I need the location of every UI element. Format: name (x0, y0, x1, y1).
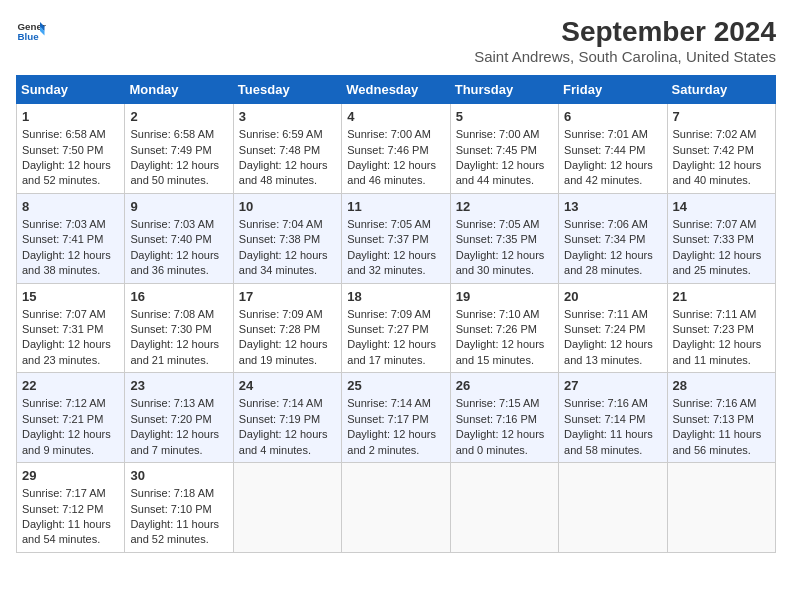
table-row: 13Sunrise: 7:06 AMSunset: 7:34 PMDayligh… (559, 193, 667, 283)
table-row: 22Sunrise: 7:12 AMSunset: 7:21 PMDayligh… (17, 373, 125, 463)
calendar-week-1: 1Sunrise: 6:58 AMSunset: 7:50 PMDaylight… (17, 104, 776, 194)
table-row (559, 463, 667, 553)
table-row (342, 463, 450, 553)
table-row: 5Sunrise: 7:00 AMSunset: 7:45 PMDaylight… (450, 104, 558, 194)
table-row: 19Sunrise: 7:10 AMSunset: 7:26 PMDayligh… (450, 283, 558, 373)
table-row: 14Sunrise: 7:07 AMSunset: 7:33 PMDayligh… (667, 193, 775, 283)
table-row: 25Sunrise: 7:14 AMSunset: 7:17 PMDayligh… (342, 373, 450, 463)
header-wednesday: Wednesday (342, 76, 450, 104)
page-header: General Blue September 2024 Saint Andrew… (16, 16, 776, 65)
header-monday: Monday (125, 76, 233, 104)
table-row: 23Sunrise: 7:13 AMSunset: 7:20 PMDayligh… (125, 373, 233, 463)
svg-text:Blue: Blue (18, 31, 40, 42)
table-row: 21Sunrise: 7:11 AMSunset: 7:23 PMDayligh… (667, 283, 775, 373)
table-row: 30Sunrise: 7:18 AMSunset: 7:10 PMDayligh… (125, 463, 233, 553)
table-row: 10Sunrise: 7:04 AMSunset: 7:38 PMDayligh… (233, 193, 341, 283)
calendar-week-3: 15Sunrise: 7:07 AMSunset: 7:31 PMDayligh… (17, 283, 776, 373)
calendar-week-5: 29Sunrise: 7:17 AMSunset: 7:12 PMDayligh… (17, 463, 776, 553)
header-friday: Friday (559, 76, 667, 104)
header-thursday: Thursday (450, 76, 558, 104)
logo: General Blue (16, 16, 46, 46)
calendar-table: Sunday Monday Tuesday Wednesday Thursday… (16, 75, 776, 553)
table-row: 1Sunrise: 6:58 AMSunset: 7:50 PMDaylight… (17, 104, 125, 194)
table-row: 26Sunrise: 7:15 AMSunset: 7:16 PMDayligh… (450, 373, 558, 463)
table-row: 6Sunrise: 7:01 AMSunset: 7:44 PMDaylight… (559, 104, 667, 194)
calendar-week-4: 22Sunrise: 7:12 AMSunset: 7:21 PMDayligh… (17, 373, 776, 463)
table-row: 3Sunrise: 6:59 AMSunset: 7:48 PMDaylight… (233, 104, 341, 194)
title-area: September 2024 Saint Andrews, South Caro… (474, 16, 776, 65)
table-row: 7Sunrise: 7:02 AMSunset: 7:42 PMDaylight… (667, 104, 775, 194)
header-sunday: Sunday (17, 76, 125, 104)
table-row: 15Sunrise: 7:07 AMSunset: 7:31 PMDayligh… (17, 283, 125, 373)
table-row: 18Sunrise: 7:09 AMSunset: 7:27 PMDayligh… (342, 283, 450, 373)
table-row (233, 463, 341, 553)
table-row: 24Sunrise: 7:14 AMSunset: 7:19 PMDayligh… (233, 373, 341, 463)
table-row: 2Sunrise: 6:58 AMSunset: 7:49 PMDaylight… (125, 104, 233, 194)
table-row: 9Sunrise: 7:03 AMSunset: 7:40 PMDaylight… (125, 193, 233, 283)
table-row: 29Sunrise: 7:17 AMSunset: 7:12 PMDayligh… (17, 463, 125, 553)
subtitle: Saint Andrews, South Carolina, United St… (474, 48, 776, 65)
table-row: 16Sunrise: 7:08 AMSunset: 7:30 PMDayligh… (125, 283, 233, 373)
table-row: 17Sunrise: 7:09 AMSunset: 7:28 PMDayligh… (233, 283, 341, 373)
table-row: 28Sunrise: 7:16 AMSunset: 7:13 PMDayligh… (667, 373, 775, 463)
table-row: 12Sunrise: 7:05 AMSunset: 7:35 PMDayligh… (450, 193, 558, 283)
table-row: 11Sunrise: 7:05 AMSunset: 7:37 PMDayligh… (342, 193, 450, 283)
table-row: 4Sunrise: 7:00 AMSunset: 7:46 PMDaylight… (342, 104, 450, 194)
table-row: 20Sunrise: 7:11 AMSunset: 7:24 PMDayligh… (559, 283, 667, 373)
calendar-week-2: 8Sunrise: 7:03 AMSunset: 7:41 PMDaylight… (17, 193, 776, 283)
table-row: 8Sunrise: 7:03 AMSunset: 7:41 PMDaylight… (17, 193, 125, 283)
table-row (667, 463, 775, 553)
logo-icon: General Blue (16, 16, 46, 46)
main-title: September 2024 (474, 16, 776, 48)
table-row: 27Sunrise: 7:16 AMSunset: 7:14 PMDayligh… (559, 373, 667, 463)
header-saturday: Saturday (667, 76, 775, 104)
calendar-header-row: Sunday Monday Tuesday Wednesday Thursday… (17, 76, 776, 104)
header-tuesday: Tuesday (233, 76, 341, 104)
table-row (450, 463, 558, 553)
